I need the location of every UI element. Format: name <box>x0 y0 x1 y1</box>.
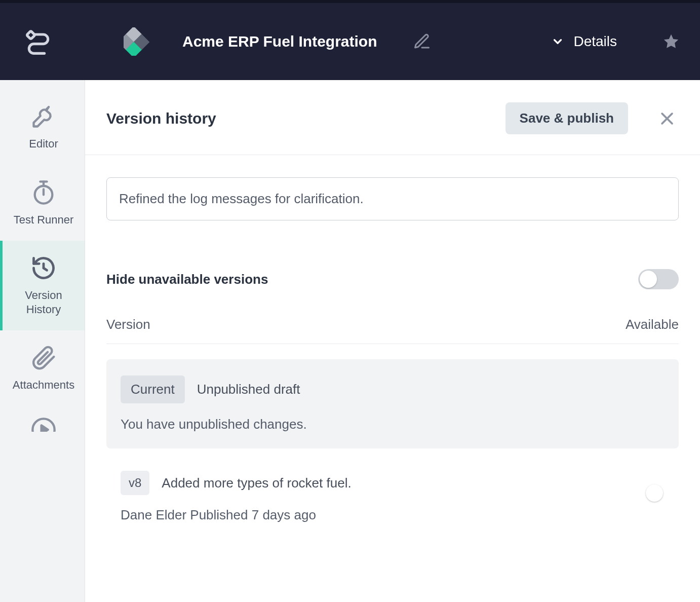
close-icon <box>658 110 676 127</box>
project-title: Acme ERP Fuel Integration <box>182 33 377 50</box>
paperclip-icon <box>30 345 57 371</box>
version-row-current[interactable]: Current Unpublished draft You have unpub… <box>106 359 679 448</box>
history-icon <box>30 255 57 281</box>
star-icon <box>663 33 680 50</box>
svg-line-11 <box>44 268 47 270</box>
sidebar-item-version-history[interactable]: Version History <box>0 241 85 330</box>
route-icon <box>24 27 53 56</box>
svg-rect-0 <box>27 31 35 39</box>
sidebar-item-label: Version History <box>8 288 80 316</box>
details-dropdown-label: Details <box>573 33 617 50</box>
version-meta: Dane Elder Published 7 days ago <box>121 507 665 523</box>
panel-header: Version history Save & publish <box>85 80 700 155</box>
column-version-label: Version <box>106 317 150 332</box>
version-title: Added more types of rocket fuel. <box>162 475 351 491</box>
app-header: Acme ERP Fuel Integration Details <box>0 0 700 80</box>
hide-unavailable-toggle[interactable] <box>638 269 679 289</box>
wrench-icon <box>30 103 57 130</box>
favorite-button[interactable] <box>663 33 680 50</box>
svg-marker-13 <box>42 425 48 432</box>
sidebar-item-attachments[interactable]: Attachments <box>0 330 85 406</box>
sidebar-item-label: Test Runner <box>14 213 74 227</box>
version-title: Unpublished draft <box>197 382 300 397</box>
version-subtitle: You have unpublished changes. <box>121 417 665 432</box>
column-available-label: Available <box>626 317 679 332</box>
sidebar-item-test-runner[interactable]: Test Runner <box>0 165 85 241</box>
chevron-down-icon <box>551 35 564 48</box>
sidebar: Editor Test Runner Version History <box>0 80 85 602</box>
sidebar-item-editor[interactable]: Editor <box>0 89 85 165</box>
panel-title: Version history <box>106 110 216 127</box>
sidebar-item-label: Attachments <box>13 378 74 392</box>
svg-marker-5 <box>664 34 678 48</box>
hide-unavailable-label: Hide unavailable versions <box>106 272 268 287</box>
version-table-header: Version Available <box>106 317 679 344</box>
version-badge: v8 <box>121 471 149 495</box>
main-panel: Version history Save & publish Hide unav… <box>85 80 700 602</box>
version-row-v8[interactable]: v8 Added more types of rocket fuel. Dane… <box>106 471 679 523</box>
sidebar-item-more[interactable] <box>0 406 85 432</box>
app-logo-icon <box>124 27 152 56</box>
version-badge: Current <box>121 375 185 403</box>
details-dropdown[interactable]: Details <box>551 33 617 50</box>
play-circle-icon <box>30 417 57 432</box>
edit-title-button[interactable] <box>413 32 431 51</box>
version-description-input[interactable] <box>106 177 679 220</box>
sidebar-item-label: Editor <box>29 137 58 151</box>
stopwatch-icon <box>30 179 57 206</box>
save-publish-button[interactable]: Save & publish <box>505 102 628 134</box>
close-button[interactable] <box>658 110 676 127</box>
